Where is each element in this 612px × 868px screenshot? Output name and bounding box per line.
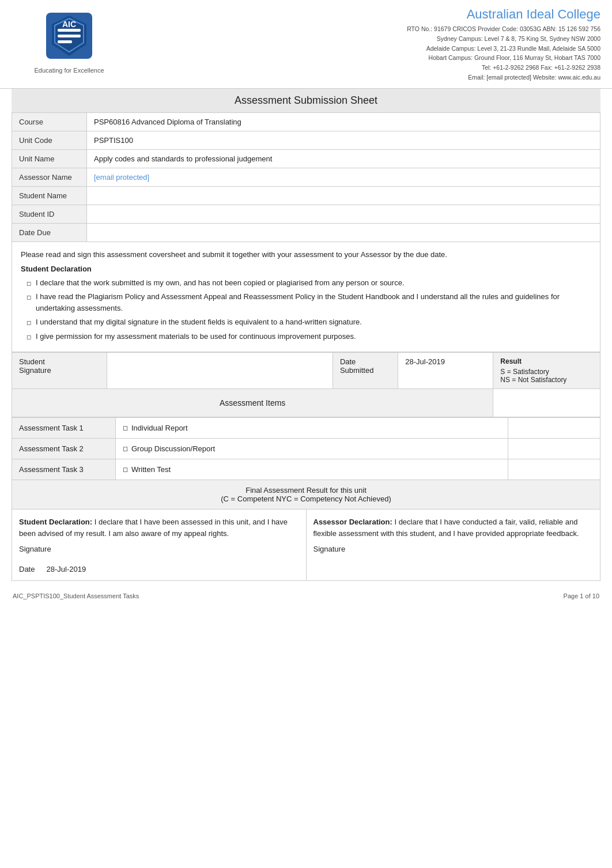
assessor-bottom-decl: Assessor Declaration: I declare that I h… bbox=[307, 510, 600, 580]
date-submitted-value: 28-Jul-2019 bbox=[398, 353, 493, 389]
task2-icon: ◻ bbox=[123, 445, 128, 452]
student-bottom-decl: Student Declaration: I declare that I ha… bbox=[12, 510, 307, 580]
student-date-value: 28-Jul-2019 bbox=[46, 565, 86, 573]
svg-rect-4 bbox=[58, 40, 72, 43]
task2-content: ◻ Group Discussion/Report bbox=[116, 439, 508, 459]
info-table: Course PSP60816 Advanced Diploma of Tran… bbox=[12, 112, 600, 242]
student-decl-text: Student Declaration: I declare that I ha… bbox=[19, 516, 299, 539]
college-details: RTO No.: 91679 CRICOS Provider Code: 030… bbox=[133, 24, 600, 82]
student-sig-value[interactable] bbox=[107, 353, 333, 389]
assessor-label: Assessor Name bbox=[12, 168, 87, 186]
task3-name: Written Test bbox=[131, 465, 171, 474]
result-ns: NS = Not Satisfactory bbox=[500, 376, 593, 384]
result-label: Result bbox=[500, 357, 593, 365]
student-name-value[interactable] bbox=[87, 186, 600, 205]
declaration-intro: Please read and sign this assessment cov… bbox=[21, 249, 591, 261]
signature-row: StudentSignature DateSubmitted 28-Jul-20… bbox=[12, 353, 600, 389]
unit-code-row: Unit Code PSPTIS100 bbox=[12, 131, 600, 149]
student-sig-bottom-label: Signature bbox=[19, 545, 299, 553]
student-date-bottom: Date 28-Jul-2019 bbox=[19, 565, 299, 573]
final-result-legend: (C = Competent NYC = Competency Not Achi… bbox=[18, 495, 594, 503]
page-header: AIC Educating for Excellence Australian … bbox=[0, 0, 612, 89]
unit-code-value: PSPTIS100 bbox=[87, 131, 600, 149]
assessor-sig-bottom-label: Signature bbox=[313, 545, 594, 553]
student-decl-heading: Student Declaration: bbox=[19, 518, 95, 526]
student-name-row: Student Name bbox=[12, 186, 600, 205]
assessor-value: [email protected] bbox=[87, 168, 600, 186]
college-logo: AIC bbox=[40, 7, 98, 65]
declaration-point-2: I have read the Plagiarism Policy and As… bbox=[36, 291, 591, 314]
footer-right: Page 1 of 10 bbox=[564, 592, 599, 599]
college-name: Australian Ideal College bbox=[133, 7, 600, 22]
bullet-icon: ◻ bbox=[27, 293, 31, 301]
task-row-3: Assessment Task 3 ◻ Written Test bbox=[12, 459, 600, 480]
unit-name-label: Unit Name bbox=[12, 149, 87, 168]
date-due-label: Date Due bbox=[12, 223, 87, 241]
list-item: ◻ I understand that my digital signature… bbox=[27, 316, 591, 328]
student-id-label: Student ID bbox=[12, 205, 87, 223]
date-submitted-label: DateSubmitted bbox=[333, 353, 398, 389]
assessment-items-header: Assessment Items bbox=[12, 389, 600, 417]
student-id-row: Student ID bbox=[12, 205, 600, 223]
list-item: ◻ I have read the Plagiarism Policy and … bbox=[27, 291, 591, 314]
result-header-spacer bbox=[493, 389, 600, 417]
assessor-email: [email protected] bbox=[94, 173, 149, 182]
final-result-text: Final Assessment Result for this unit bbox=[18, 486, 594, 495]
footer-left: AIC_PSPTIS100_Student Assessment Tasks bbox=[13, 592, 139, 599]
final-result-row: Final Assessment Result for this unit (C… bbox=[12, 480, 600, 510]
task3-content: ◻ Written Test bbox=[116, 459, 508, 480]
list-item: ◻ I give permission for my assessment ma… bbox=[27, 331, 591, 342]
task3-result[interactable] bbox=[508, 459, 600, 480]
declaration-point-1: I declare that the work submitted is my … bbox=[36, 277, 405, 289]
date-due-row: Date Due bbox=[12, 223, 600, 241]
bullet-icon: ◻ bbox=[27, 279, 31, 288]
task2-label: Assessment Task 2 bbox=[12, 439, 116, 459]
svg-rect-3 bbox=[58, 35, 81, 37]
assessor-name-row: Assessor Name [email protected] bbox=[12, 168, 600, 186]
signature-table: StudentSignature DateSubmitted 28-Jul-20… bbox=[12, 352, 600, 417]
bullet-icon: ◻ bbox=[27, 333, 31, 341]
declaration-point-3: I understand that my digital signature i… bbox=[36, 316, 362, 328]
course-value: PSP60816 Advanced Diploma of Translating bbox=[87, 112, 600, 131]
assessor-decl-text: Assessor Declaration: I declare that I h… bbox=[313, 516, 594, 539]
assessment-tasks-table: Assessment Task 1 ◻ Individual Report As… bbox=[12, 417, 600, 480]
student-date-label: Date bbox=[19, 565, 35, 573]
task1-icon: ◻ bbox=[123, 424, 128, 432]
student-name-label: Student Name bbox=[12, 186, 87, 205]
task1-result[interactable] bbox=[508, 418, 600, 439]
declaration-heading: Student Declaration bbox=[21, 263, 591, 275]
college-info: Australian Ideal College RTO No.: 91679 … bbox=[127, 7, 600, 82]
student-sig-label: StudentSignature bbox=[12, 353, 107, 389]
declaration-section: Please read and sign this assessment cov… bbox=[12, 242, 600, 353]
svg-rect-2 bbox=[58, 29, 81, 32]
declaration-list: ◻ I declare that the work submitted is m… bbox=[21, 277, 591, 342]
task-row-2: Assessment Task 2 ◻ Group Discussion/Rep… bbox=[12, 439, 600, 459]
bottom-declarations: Student Declaration: I declare that I ha… bbox=[12, 510, 600, 581]
date-due-value[interactable] bbox=[87, 223, 600, 241]
unit-name-value: Apply codes and standards to professiona… bbox=[87, 149, 600, 168]
task1-name: Individual Report bbox=[131, 424, 188, 432]
unit-name-row: Unit Name Apply codes and standards to p… bbox=[12, 149, 600, 168]
task1-label: Assessment Task 1 bbox=[12, 418, 116, 439]
main-content: Assessment Submission Sheet Course PSP60… bbox=[0, 89, 612, 612]
assessment-items-label: Assessment Items bbox=[12, 389, 493, 417]
page-footer: AIC_PSPTIS100_Student Assessment Tasks P… bbox=[12, 592, 600, 599]
declaration-point-4: I give permission for my assessment mate… bbox=[36, 331, 356, 342]
task3-icon: ◻ bbox=[123, 466, 128, 473]
task2-result[interactable] bbox=[508, 439, 600, 459]
course-label: Course bbox=[12, 112, 87, 131]
assessor-decl-heading: Assessor Declaration: bbox=[313, 518, 395, 526]
bullet-icon: ◻ bbox=[27, 318, 31, 327]
student-id-value[interactable] bbox=[87, 205, 600, 223]
unit-code-label: Unit Code bbox=[12, 131, 87, 149]
task2-name: Group Discussion/Report bbox=[131, 444, 215, 453]
sheet-title: Assessment Submission Sheet bbox=[12, 89, 600, 112]
svg-text:AIC: AIC bbox=[62, 20, 76, 29]
logo-area: AIC Educating for Excellence bbox=[12, 7, 127, 74]
course-row: Course PSP60816 Advanced Diploma of Tran… bbox=[12, 112, 600, 131]
result-s: S = Satisfactory bbox=[500, 368, 593, 376]
logo-tagline: Educating for Excellence bbox=[34, 67, 104, 74]
task-row-1: Assessment Task 1 ◻ Individual Report bbox=[12, 418, 600, 439]
list-item: ◻ I declare that the work submitted is m… bbox=[27, 277, 591, 289]
result-cell: Result S = Satisfactory NS = Not Satisfa… bbox=[493, 353, 600, 389]
